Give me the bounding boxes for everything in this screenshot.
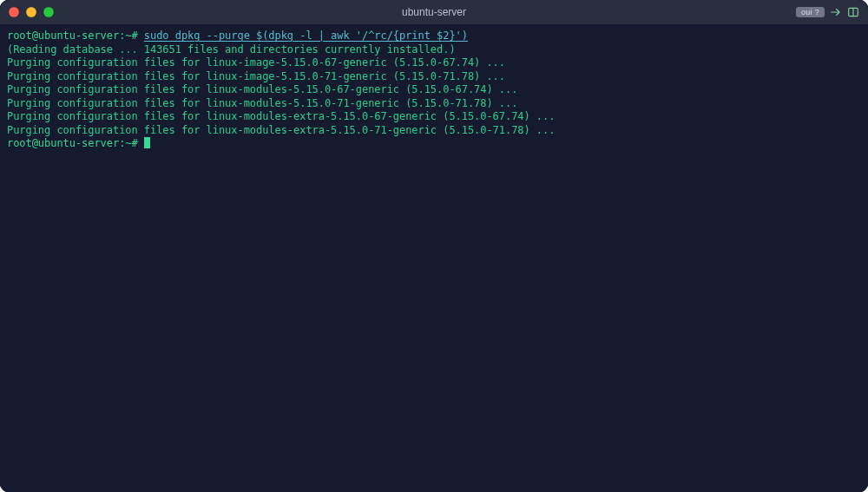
maximize-window-button[interactable]	[43, 7, 54, 17]
output-line: Purging configuration files for linux-im…	[7, 56, 505, 69]
titlebar-actions: oui ?	[796, 6, 859, 18]
shell-prompt: root@ubuntu-server:~#	[7, 137, 144, 149]
window-title: ubuntu-server	[0, 6, 868, 18]
cursor-block	[144, 137, 150, 148]
output-line: Purging configuration files for linux-mo…	[7, 110, 555, 122]
titlebar[interactable]: ubuntu-server oui ?	[0, 0, 868, 24]
output-line: (Reading database ... 143651 files and d…	[7, 43, 456, 56]
shell-prompt: root@ubuntu-server:~#	[7, 30, 144, 42]
terminal-viewport[interactable]: root@ubuntu-server:~# sudo dpkg --purge …	[0, 24, 868, 492]
terminal-window: ubuntu-server oui ? root@ubuntu-server:~…	[0, 0, 868, 492]
output-line: Purging configuration files for linux-mo…	[7, 97, 517, 109]
output-line: Purging configuration files for linux-mo…	[7, 124, 555, 136]
window-controls	[9, 7, 54, 17]
close-window-button[interactable]	[9, 7, 19, 17]
output-line: Purging configuration files for linux-mo…	[7, 83, 517, 95]
status-badge: oui ?	[796, 7, 825, 17]
output-line: Purging configuration files for linux-im…	[7, 70, 505, 82]
entered-command: sudo dpkg --purge $(dpkg -l | awk '/^rc/…	[144, 30, 468, 42]
minimize-window-button[interactable]	[26, 7, 36, 17]
share-icon[interactable]	[830, 6, 842, 18]
panels-icon[interactable]	[847, 6, 859, 18]
